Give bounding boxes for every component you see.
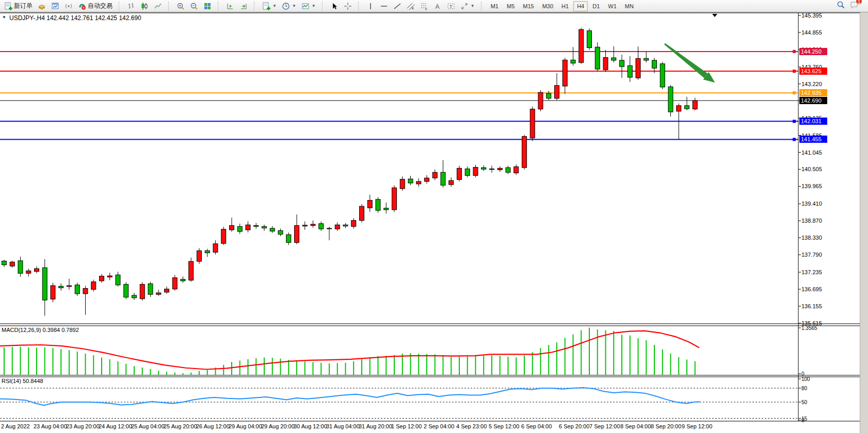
timeframe-d1-button[interactable]: D1 [589, 1, 603, 11]
candle-body [311, 224, 315, 225]
zoom-in-icon [176, 2, 185, 10]
time-axis-label: 6 Sep 04:00 [521, 423, 552, 429]
candle-body [514, 166, 519, 173]
time-axis-label: 9 Sep 12:00 [682, 423, 712, 429]
autotrade-button[interactable]: 自动交易 [76, 1, 115, 11]
new-order-button[interactable]: 新订单 [2, 1, 35, 11]
candle-body [612, 58, 616, 60]
candle-body [59, 286, 63, 288]
price-tick-label: 136.695 [801, 286, 838, 292]
candle-body [18, 261, 23, 273]
candle-body [579, 29, 584, 62]
candle-body [140, 285, 144, 299]
time-axis-label: 6 Sep 20:00 [559, 423, 589, 429]
tile-windows-button[interactable] [201, 1, 214, 11]
chart-collapse-icon[interactable]: ▼ [2, 15, 6, 20]
candle-body [441, 172, 445, 185]
signal-button[interactable] [62, 1, 75, 11]
candle-body [668, 87, 673, 112]
time-axis-label: 29 Aug 20:00 [261, 423, 295, 429]
crosshair-tool-button[interactable] [342, 1, 354, 11]
cursor-tool-button[interactable] [328, 1, 341, 11]
channel-tool[interactable]: E [405, 1, 417, 11]
horizontal-line-tool[interactable] [378, 1, 390, 11]
label-icon: T [447, 2, 455, 10]
candle-body [148, 284, 153, 294]
chevron-down-icon: ▼ [312, 4, 316, 8]
price-tick-label: 138.870 [801, 218, 838, 224]
rsi-scale-label: 50 [801, 399, 832, 405]
bars-chart-button[interactable] [125, 1, 137, 11]
candle-body [416, 181, 421, 184]
price-tick-label: 143.220 [801, 81, 838, 87]
clock-button[interactable]: ▼ [280, 1, 298, 11]
candle-body [473, 168, 478, 176]
candle-body [2, 261, 7, 264]
rsi-indicator-label: RSI(14) 50.8448 [2, 378, 43, 384]
candle-body [278, 230, 283, 234]
fibonacci-tool[interactable]: F [418, 1, 430, 11]
label-tool[interactable]: T [445, 1, 457, 11]
timeframe-mn-button[interactable]: MN [621, 1, 637, 11]
candle-body [677, 106, 681, 111]
candle-body [522, 137, 527, 168]
candle-body [360, 206, 364, 220]
timeframe-m15-button[interactable]: M15 [519, 1, 537, 11]
horizontal-line-icon [380, 2, 388, 10]
candle-body [319, 224, 324, 229]
time-axis-label: 8 Sep 20:00 [651, 423, 681, 429]
price-tick-label: 139.410 [801, 201, 838, 207]
new-order-icon [4, 2, 12, 10]
timeframe-m1-button[interactable]: M1 [487, 1, 502, 11]
zoom-out-button[interactable] [188, 1, 200, 11]
notification-badge: 1 [856, 0, 862, 5]
timeframe-h4-button[interactable]: H4 [573, 1, 588, 11]
auto-scroll-button[interactable] [237, 1, 250, 11]
chevron-down-icon: ▼ [272, 4, 277, 8]
line-chart-icon [154, 2, 162, 10]
timeframe-h1-button[interactable]: H1 [558, 1, 572, 11]
price-line-anchor [793, 91, 796, 94]
trendline-tool[interactable] [391, 1, 404, 11]
new-order-menu-button[interactable]: ▼ [260, 1, 279, 11]
price-tick-label: 138.330 [801, 235, 838, 241]
timeframe-w1-button[interactable]: W1 [604, 1, 620, 11]
time-axis-label: 24 Aug 12:00 [99, 423, 132, 429]
candle-body [400, 179, 405, 189]
bars-chart-icon [127, 2, 135, 10]
chart-canvas[interactable] [0, 0, 868, 433]
shapes-tool[interactable]: ▼ [458, 1, 477, 11]
candle-body [530, 109, 535, 138]
new-order-label: 新订单 [14, 2, 33, 10]
candle-body [205, 251, 210, 253]
candle-body [652, 60, 657, 68]
indicators-book-button[interactable] [36, 1, 48, 11]
chart-shift-button[interactable] [224, 1, 236, 11]
profiles-button[interactable]: ▼ [299, 1, 318, 11]
vertical-line-tool[interactable] [364, 1, 377, 11]
text-tool[interactable]: A [431, 1, 444, 11]
price-tick-label: 139.965 [801, 183, 838, 189]
candle-body [172, 278, 177, 289]
candle-body [237, 226, 242, 231]
search-icon[interactable] [837, 1, 845, 11]
timeframe-m30-button[interactable]: M30 [539, 1, 557, 11]
profiles-icon [301, 2, 310, 10]
candlestick-chart-button[interactable] [138, 1, 151, 11]
macd-scale-label: 1.3565 [801, 325, 832, 331]
chat-button[interactable]: 1 [849, 1, 859, 11]
zoom-in-button[interactable] [174, 1, 187, 11]
time-axis-label: 31 Aug 04:00 [326, 423, 360, 429]
timeframe-m5-button[interactable]: M5 [503, 1, 518, 11]
line-chart-button[interactable] [152, 1, 164, 11]
price-tick-label: 136.155 [801, 303, 838, 309]
new-chart-icon [51, 2, 59, 10]
candle-body [620, 60, 624, 66]
candlestick-chart-icon [140, 2, 149, 10]
price-line-label: 142.031 [799, 118, 827, 125]
chart-shift-marker [712, 14, 717, 17]
time-axis-label: 4 Sep 23:00 [456, 423, 487, 429]
candle-body [165, 289, 169, 292]
autotrade-label: 自动交易 [88, 2, 112, 10]
new-chart-button[interactable] [49, 1, 61, 11]
